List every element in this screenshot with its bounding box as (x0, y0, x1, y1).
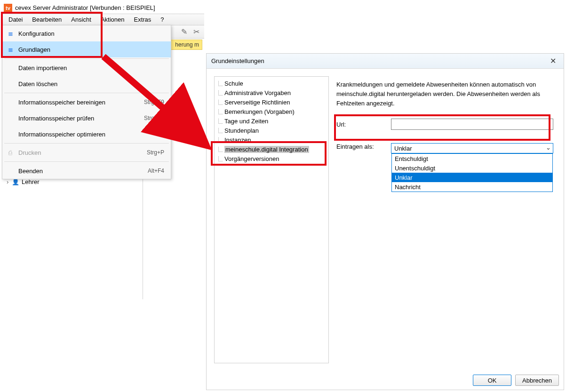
url-input[interactable] (391, 119, 553, 130)
node-bemerkungen[interactable]: Bemerkungen (Vorgaben) (215, 107, 328, 116)
dd-label: Informationsspeicher prüfen (18, 115, 94, 122)
combo-value: Unklar (394, 145, 412, 152)
app-icon: tv (4, 4, 12, 12)
dd-separator (4, 143, 169, 144)
dd-separator (4, 58, 169, 59)
dd-label: Informationsspeicher optimieren (18, 131, 105, 138)
dd-label: Konfiguration (18, 30, 55, 37)
cancel-button[interactable]: Abbrechen (515, 375, 559, 386)
combo-opt-unklar[interactable]: Unklar (392, 173, 552, 182)
dd-shortcut: Strg+P (147, 149, 164, 156)
dd-label: Daten importieren (18, 64, 67, 72)
dd-label: Drucken (18, 149, 41, 156)
node-tage-zeiten[interactable]: Tage und Zeiten (215, 116, 328, 126)
window-title: cevex Server Administrator [Verbunden : … (15, 4, 155, 11)
dialog-body: Schule Administrative Vorgaben Serversei… (207, 69, 564, 371)
eintragen-row: Eintragen als: Unklar Entschuldigt Unent… (336, 143, 553, 153)
dd-separator (4, 161, 169, 162)
datei-dropdown: ≣ Konfiguration ≣ Grundlagen Daten impor… (2, 25, 171, 179)
dd-shortcut: Strg+F9 (144, 99, 164, 105)
dd-daten-importieren[interactable]: Daten importieren (2, 60, 171, 76)
description-text: Krankmeldungen und gemeldete Abwesenheit… (336, 80, 543, 108)
dialog-footer: OK Abbrechen (207, 371, 564, 390)
cut-icon[interactable]: ✂ (191, 27, 201, 37)
menubar: Datei Bearbeiten Ansicht Aktionen Extras… (2, 14, 204, 25)
eintragen-label: Eintragen als: (336, 143, 391, 150)
url-row: Url: (336, 119, 553, 130)
dd-daten-loeschen[interactable]: Daten löschen (2, 76, 171, 92)
dd-drucken[interactable]: ⎙ Drucken Strg+P (2, 144, 171, 160)
notification-text: herung m (175, 41, 199, 48)
node-richtlinien[interactable]: Serverseitige Richtlinien (215, 97, 328, 107)
dd-shortcut: Strg+F8 (144, 115, 164, 121)
dd-grundlagen[interactable]: ≣ Grundlagen (2, 41, 171, 57)
printer-icon: ⎙ (6, 148, 15, 157)
combo-opt-entschuldigt[interactable]: Entschuldigt (392, 154, 552, 163)
combo-list: Entschuldigt Unentschuldigt Unklar Nachr… (391, 153, 553, 192)
node-instanzen[interactable]: Instanzen (215, 135, 328, 144)
dd-label: Informationsspeicher bereinigen (18, 99, 105, 106)
edit-icon[interactable]: ✎ (179, 27, 189, 37)
dd-separator (4, 93, 169, 93)
node-schule[interactable]: Schule (215, 79, 328, 88)
dd-beenden[interactable]: Beenden Alt+F4 (2, 163, 171, 179)
node-admin-vorgaben[interactable]: Administrative Vorgaben (215, 88, 328, 97)
list-icon: ≣ (6, 45, 15, 54)
dd-shortcut: Alt+F4 (148, 168, 164, 174)
list-icon: ≣ (6, 29, 15, 38)
node-vorgaengerversionen[interactable]: Vorgängerversionen (215, 154, 328, 163)
grundeinstellungen-dialog: Grundeinstellungen ✕ Schule Administrati… (206, 53, 564, 390)
close-icon[interactable]: ✕ (547, 56, 559, 66)
dd-label: Beenden (18, 168, 43, 175)
dd-speicher-pruefen[interactable]: Informationsspeicher prüfen Strg+F8 (2, 110, 171, 126)
dd-label: Daten löschen (18, 80, 57, 88)
menu-extras[interactable]: Extras (129, 15, 156, 24)
eintragen-combo[interactable]: Unklar Entschuldigt Unentschuldigt Unkla… (391, 143, 553, 153)
dd-konfiguration[interactable]: ≣ Konfiguration (2, 25, 171, 41)
dd-speicher-optimieren[interactable]: Informationsspeicher optimieren (2, 126, 171, 142)
node-stundenplan[interactable]: Stundenplan (215, 126, 328, 135)
dialog-tree: Schule Administrative Vorgaben Serversei… (214, 76, 329, 363)
combo-opt-unentschuldigt[interactable]: Unentschuldigt (392, 163, 552, 173)
dd-speicher-bereinigen[interactable]: Informationsspeicher bereinigen Strg+F9 (2, 94, 171, 110)
combo-opt-nachricht[interactable]: Nachricht (392, 182, 552, 192)
node-meineschule-integration[interactable]: meineschule.digital Integration (215, 144, 328, 154)
dialog-title: Grundeinstellungen (211, 57, 264, 64)
sidebar-tree: ⚙ Berechnungsprofile ◉ Organisationseinh… (2, 158, 143, 299)
menu-aktionen[interactable]: Aktionen (96, 15, 129, 24)
titlebar: tv cevex Server Administrator [Verbunden… (2, 2, 204, 14)
url-label: Url: (336, 121, 391, 128)
menu-ansicht[interactable]: Ansicht (66, 15, 96, 24)
dialog-right-panel: Krankmeldungen und gemeldete Abwesenheit… (332, 69, 564, 371)
menu-datei[interactable]: Datei (4, 15, 27, 24)
ok-button[interactable]: OK (473, 375, 511, 386)
menu-help[interactable]: ? (156, 15, 168, 24)
dialog-titlebar: Grundeinstellungen ✕ (207, 54, 564, 69)
menu-bearbeiten[interactable]: Bearbeiten (27, 15, 66, 24)
dd-label: Grundlagen (18, 46, 50, 53)
